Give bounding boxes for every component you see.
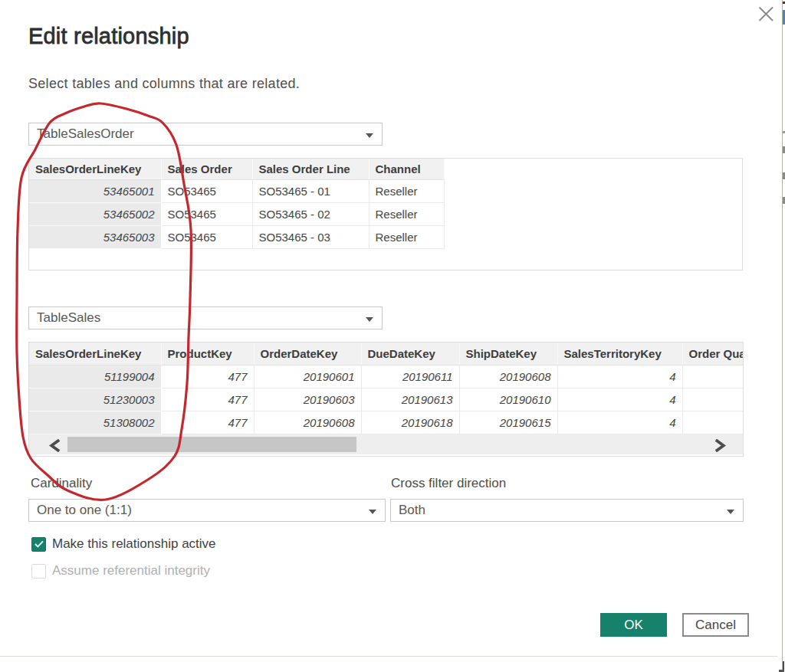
table-cell: SO53465 [161,225,252,248]
scroll-right-icon[interactable] [714,439,726,452]
horizontal-scrollbar[interactable] [29,434,743,454]
scrollbar-thumb[interactable] [67,437,356,452]
table-cell: 20190613 [361,388,459,411]
table-cell: 20190608 [459,365,557,388]
table-cell: 20190618 [361,411,459,434]
referential-integrity-checkbox[interactable] [31,564,46,579]
cross-filter-dropdown[interactable]: Both [390,499,744,522]
table-cell: 20190608 [254,411,361,434]
table-row: 512300034772019060320190613201906104 [29,388,744,411]
cancel-button[interactable]: Cancel [682,613,749,637]
table-cell: 53465002 [29,202,161,225]
table-cell [682,388,744,411]
column-header: Channel [369,159,444,179]
table-cell: 53465001 [29,179,161,202]
table-cell: 477 [161,388,254,411]
column-header: Sales Order [161,159,252,179]
edit-relationship-dialog: Edit relationship Select tables and colu… [0,0,785,672]
chevron-down-icon [369,510,376,514]
table-cell: SO53465 [161,202,252,225]
chevron-down-icon [727,510,734,514]
dialog-subtitle: Select tables and columns that are relat… [28,77,300,90]
column-header: Order Quantity [682,343,744,365]
table-cell: Reseller [369,202,444,225]
cross-filter-label: Cross filter direction [391,477,506,490]
table-cell: 20190603 [254,388,361,411]
close-icon[interactable] [758,6,774,22]
table-cell: 477 [161,365,254,388]
table-header-row: SalesOrderLineKeyProductKeyOrderDateKeyD… [29,343,744,365]
table1-dropdown-value: TableSalesOrder [37,126,134,142]
page-behind-edge [782,0,783,672]
table-cell: SO53465 - 03 [252,225,369,248]
table-cell: SO53465 [161,179,252,202]
cardinality-label: Cardinality [31,477,92,490]
table2-preview: SalesOrderLineKeyProductKeyOrderDateKeyD… [28,342,744,457]
ok-button[interactable]: OK [600,613,667,637]
chevron-down-icon [366,133,373,138]
column-header: SalesOrderLineKey [29,159,161,179]
table-cell: 53465003 [29,225,161,248]
table-cell: 51199004 [29,365,161,388]
table-row: 511990044772019060120190611201906084 [29,365,744,388]
column-header: ShipDateKey [459,343,557,365]
column-header: Sales Order Line [252,159,369,179]
table-row: 53465001SO53465SO53465 - 01Reseller [29,179,444,202]
referential-integrity-label: Assume referential integrity [52,563,210,579]
table-cell: 20190611 [361,365,459,388]
column-header: SalesOrderLineKey [29,343,161,365]
chevron-down-icon [366,317,373,322]
table-row: 513080024772019060820190618201906154 [29,411,744,434]
column-header: ProductKey [161,343,254,365]
bottom-divider [0,656,777,657]
table-cell: 20190610 [459,388,557,411]
table2-dropdown-value: TableSales [37,310,100,326]
referential-integrity-row: Assume referential integrity [31,563,210,579]
cardinality-dropdown[interactable]: One to one (1:1) [28,499,386,522]
table1-dropdown[interactable]: TableSalesOrder [28,123,383,146]
table2-dropdown[interactable]: TableSales [28,306,383,329]
column-header: OrderDateKey [254,343,361,365]
cardinality-value: One to one (1:1) [37,503,132,518]
dialog-title: Edit relationship [28,25,189,48]
table-cell: 477 [161,411,254,434]
table1-preview: SalesOrderLineKeySales OrderSales Order … [28,158,743,270]
table-cell: 51308002 [29,411,161,434]
scroll-left-icon[interactable] [49,439,61,452]
table-cell: SO53465 - 01 [252,179,369,202]
table-cell [682,365,744,388]
table-header-row: SalesOrderLineKeySales OrderSales Order … [29,159,444,179]
table-cell: 4 [557,365,682,388]
column-header: SalesTerritoryKey [557,343,682,365]
make-active-checkbox[interactable] [31,537,46,552]
make-active-row: Make this relationship active [31,536,216,552]
table-cell: Reseller [369,225,444,248]
make-active-label: Make this relationship active [52,536,216,552]
table-cell: 4 [557,388,682,411]
table-cell: 20190601 [254,365,361,388]
table-cell: SO53465 - 02 [252,202,369,225]
column-header: DueDateKey [361,343,459,365]
table-cell: 20190615 [459,411,557,434]
cross-filter-value: Both [399,503,425,518]
table-cell: Reseller [369,179,444,202]
table-row: 53465002SO53465SO53465 - 02Reseller [29,202,444,225]
table-cell: 4 [557,411,682,434]
table-cell: 51230003 [29,388,161,411]
table-row: 53465003SO53465SO53465 - 03Reseller [29,225,444,248]
table-cell [682,411,744,434]
